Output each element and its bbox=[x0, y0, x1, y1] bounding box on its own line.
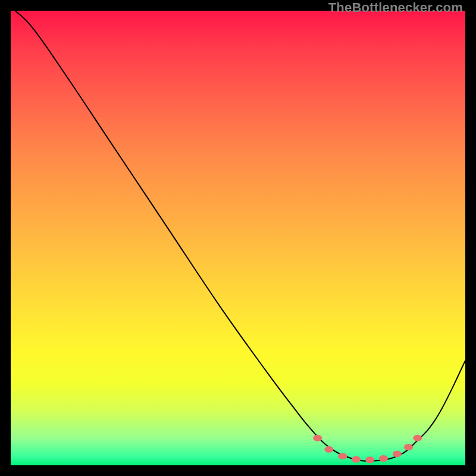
credit-watermark: TheBottlenecker.com bbox=[328, 0, 463, 15]
chart-gradient-background bbox=[11, 11, 465, 465]
chart-frame: TheBottlenecker.com bbox=[0, 0, 476, 476]
